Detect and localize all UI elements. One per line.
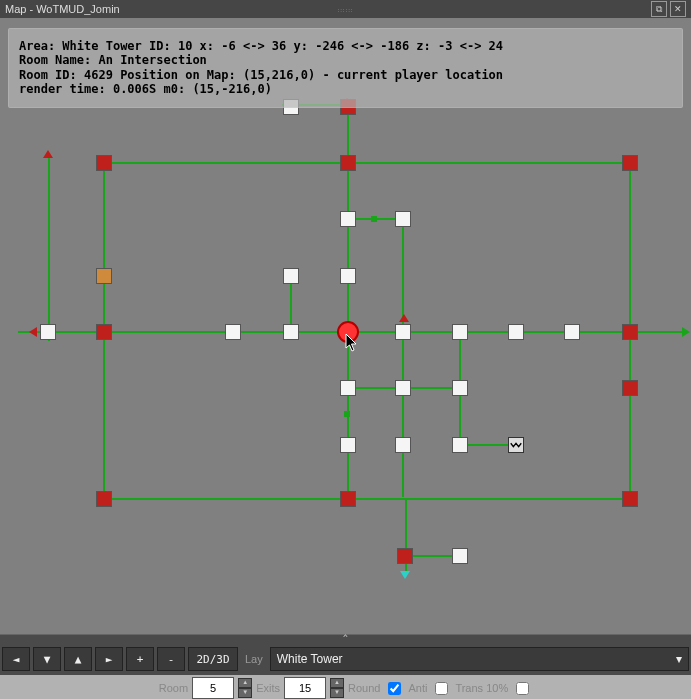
room-node[interactable] xyxy=(225,324,241,340)
player-location[interactable] xyxy=(337,321,359,343)
room-node[interactable] xyxy=(40,324,56,340)
pan-left-button[interactable]: ◄ xyxy=(2,647,30,671)
room-node[interactable] xyxy=(395,437,411,453)
layer-label: Lay xyxy=(241,653,267,665)
room-size-stepper[interactable]: ▲▼ xyxy=(238,678,252,698)
room-node-red[interactable] xyxy=(96,324,112,340)
chevron-down-icon: ▾ xyxy=(676,652,682,666)
room-node[interactable] xyxy=(283,268,299,284)
zoom-out-button[interactable]: - xyxy=(157,647,185,671)
room-node[interactable] xyxy=(452,380,468,396)
settings-bar: Room ▲▼ Exits ▲▼ Round Anti Trans 10% xyxy=(0,675,691,699)
room-node[interactable] xyxy=(283,324,299,340)
room-node-red[interactable] xyxy=(622,324,638,340)
view-mode-button[interactable]: 2D/3D xyxy=(188,647,238,671)
titlebar: Map - WoTMUD_Jomin :::::: ⧉ ✕ xyxy=(0,0,691,18)
room-node-red[interactable] xyxy=(622,380,638,396)
room-node[interactable] xyxy=(452,437,468,453)
room-node[interactable] xyxy=(340,268,356,284)
trans-label: Trans 10% xyxy=(455,682,508,694)
pan-right-button[interactable]: ► xyxy=(95,647,123,671)
room-node[interactable] xyxy=(395,211,411,227)
anti-label: Anti xyxy=(408,682,427,694)
room-node-red[interactable] xyxy=(340,491,356,507)
info-overlay: Area: White Tower ID: 10 x: -6 <-> 36 y:… xyxy=(8,28,683,108)
close-icon[interactable]: ✕ xyxy=(670,1,686,17)
room-node[interactable] xyxy=(395,324,411,340)
round-label: Round xyxy=(348,682,380,694)
room-node[interactable] xyxy=(452,324,468,340)
bottom-panel: ^ ◄ ▼ ▲ ► + - 2D/3D Lay White Tower ▾ Ro… xyxy=(0,634,691,699)
exits-size-label: Exits xyxy=(256,682,280,694)
info-render-time: render time: 0.006S m0: (15,-216,0) xyxy=(19,82,672,96)
room-node[interactable] xyxy=(395,380,411,396)
arrow-up-icon xyxy=(399,314,409,322)
arrow-down-icon xyxy=(400,571,410,579)
room-node[interactable] xyxy=(340,437,356,453)
exits-size-input[interactable] xyxy=(284,677,326,699)
round-checkbox[interactable] xyxy=(388,682,401,695)
room-node[interactable] xyxy=(508,324,524,340)
pan-down-button[interactable]: ▼ xyxy=(33,647,61,671)
grip-icon: :::::: xyxy=(337,1,353,19)
trans-checkbox[interactable] xyxy=(516,682,529,695)
map-canvas[interactable] xyxy=(0,18,691,635)
room-node-red[interactable] xyxy=(622,491,638,507)
zoom-in-button[interactable]: + xyxy=(126,647,154,671)
room-node-red[interactable] xyxy=(340,155,356,171)
room-size-input[interactable] xyxy=(192,677,234,699)
window-title: Map - WoTMUD_Jomin xyxy=(5,0,120,18)
room-node[interactable] xyxy=(452,548,468,564)
area-select[interactable]: White Tower ▾ xyxy=(270,647,689,671)
anti-checkbox[interactable] xyxy=(435,682,448,695)
toolbar: ◄ ▼ ▲ ► + - 2D/3D Lay White Tower ▾ xyxy=(0,643,691,675)
arrow-east-icon xyxy=(682,327,690,337)
node-dot xyxy=(371,216,377,222)
room-node[interactable] xyxy=(564,324,580,340)
arrow-west-icon xyxy=(29,327,37,337)
room-node-special[interactable] xyxy=(508,437,524,453)
info-room-name: Room Name: An Intersection xyxy=(19,53,672,67)
detach-icon[interactable]: ⧉ xyxy=(651,1,667,17)
room-node-red[interactable] xyxy=(96,155,112,171)
room-node[interactable] xyxy=(340,211,356,227)
room-node-red[interactable] xyxy=(622,155,638,171)
resize-grip-icon[interactable]: ^ xyxy=(0,635,691,643)
room-node-orange[interactable] xyxy=(96,268,112,284)
room-node-red[interactable] xyxy=(397,548,413,564)
arrow-up-icon xyxy=(43,150,53,158)
info-room-id: Room ID: 4629 Position on Map: (15,216,0… xyxy=(19,68,672,82)
room-node[interactable] xyxy=(340,380,356,396)
area-select-value: White Tower xyxy=(277,652,343,666)
exits-size-stepper[interactable]: ▲▼ xyxy=(330,678,344,698)
node-dot xyxy=(344,411,350,417)
room-size-label: Room xyxy=(159,682,188,694)
info-area-line: Area: White Tower ID: 10 x: -6 <-> 36 y:… xyxy=(19,39,672,53)
pan-up-button[interactable]: ▲ xyxy=(64,647,92,671)
room-node-red[interactable] xyxy=(96,491,112,507)
